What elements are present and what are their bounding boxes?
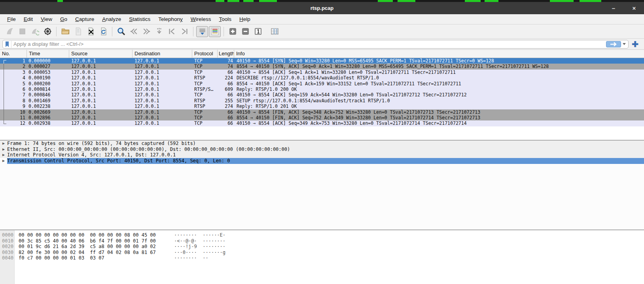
packet-len: 74 bbox=[218, 64, 234, 69]
close-file-icon[interactable] bbox=[85, 26, 97, 37]
packet-row-9[interactable]: 90.002238127.0.0.1127.0.0.1RTSP274Reply:… bbox=[0, 103, 644, 109]
packet-time: 0.000000 bbox=[27, 58, 69, 64]
toolbar-separator bbox=[56, 27, 57, 36]
menu-item-statistics[interactable]: Statistics bbox=[125, 15, 154, 23]
expander-triangle-icon[interactable]: ▶ bbox=[0, 158, 7, 164]
hex-row-0020[interactable]: 002000 01 9c d6 21 6a 2d 39 c5 a8 00 00 … bbox=[0, 244, 644, 250]
display-filter-field[interactable] bbox=[2, 40, 629, 49]
restart-capture-icon bbox=[29, 26, 41, 37]
menu-item-view[interactable]: View bbox=[37, 15, 56, 23]
resize-columns-icon[interactable] bbox=[269, 26, 280, 37]
minimize-button[interactable]: – bbox=[609, 5, 618, 11]
hex-row-0030[interactable]: 003082 00 fe 30 00 00 02 04 ff d7 04 02 … bbox=[0, 250, 644, 256]
menu-item-edit[interactable]: Edit bbox=[20, 15, 37, 23]
go-forward-icon[interactable] bbox=[140, 26, 152, 37]
titlebar: rtsp.pcap – × bbox=[0, 2, 644, 14]
packet-row-5[interactable]: 50.000200127.0.0.1127.0.0.1TCP668554 → 4… bbox=[0, 81, 644, 87]
packet-info: 40150 → 8554 [SYN] Seq=0 Win=33280 Len=0… bbox=[234, 58, 644, 64]
packet-row-7[interactable]: 70.000846127.0.0.1127.0.0.1TCP6640150 → … bbox=[0, 92, 644, 98]
packet-proto: RTSP bbox=[192, 103, 218, 109]
packet-row-2[interactable]: 20.000027127.0.0.1127.0.0.1TCP748554 → 4… bbox=[0, 64, 644, 69]
menu-item-wireless[interactable]: Wireless bbox=[187, 15, 215, 23]
column-header-no[interactable]: No. bbox=[0, 50, 27, 58]
packet-src: 127.0.0.1 bbox=[69, 103, 133, 109]
related-packet-indicator bbox=[4, 70, 6, 75]
hex-row-0000[interactable]: 000000 00 00 00 00 00 00 00 00 00 00 00 … bbox=[0, 232, 644, 238]
packet-src: 127.0.0.1 bbox=[69, 87, 133, 92]
window-controls: – × bbox=[609, 2, 638, 14]
packet-src: 127.0.0.1 bbox=[69, 120, 133, 126]
colorize-packets-icon[interactable] bbox=[209, 26, 221, 37]
packet-dst: 127.0.0.1 bbox=[133, 81, 192, 87]
go-to-packet-icon[interactable] bbox=[153, 26, 165, 37]
packet-info: Reply: RTSP/1.0 200 OK bbox=[234, 87, 644, 92]
auto-scroll-icon[interactable] bbox=[196, 26, 208, 37]
window-title: rtsp.pcap bbox=[311, 5, 334, 11]
column-header-destination[interactable]: Destination bbox=[133, 50, 192, 58]
packet-proto: TCP bbox=[192, 115, 218, 120]
menu-item-analyze[interactable]: Analyze bbox=[98, 15, 125, 23]
hex-row-0040[interactable]: 0040f0 c7 00 00 00 00 01 03 03 07·······… bbox=[0, 255, 644, 261]
column-header-source[interactable]: Source bbox=[69, 50, 133, 58]
filter-bookmark-icon[interactable] bbox=[4, 41, 11, 48]
display-filter-input[interactable] bbox=[13, 41, 606, 47]
find-packet-icon[interactable] bbox=[115, 26, 127, 37]
start-capture-icon bbox=[4, 26, 15, 37]
packet-time: 0.002669 bbox=[27, 109, 69, 115]
menu-item-capture[interactable]: Capture bbox=[71, 15, 98, 23]
column-header-time[interactable]: Time bbox=[27, 50, 69, 58]
packet-info: 40150 → 8554 [ACK] Seq=1 Ack=1 Win=33280… bbox=[234, 70, 644, 75]
packet-time: 0.000846 bbox=[27, 92, 69, 98]
detail-line-2[interactable]: ▶Ethernet II, Src: 00:00:00_00:00:00 (00… bbox=[0, 147, 644, 152]
reload-file-icon[interactable] bbox=[97, 26, 109, 37]
packet-proto: TCP bbox=[192, 92, 218, 98]
menu-item-telephony[interactable]: Telephony bbox=[154, 15, 187, 23]
go-back-icon[interactable] bbox=[128, 26, 140, 37]
close-button[interactable]: × bbox=[630, 5, 638, 11]
packet-len: 66 bbox=[218, 120, 234, 126]
packet-row-6[interactable]: 60.000814127.0.0.1127.0.0.1RTSP/S…609Rep… bbox=[0, 87, 644, 92]
expander-triangle-icon[interactable]: ▶ bbox=[0, 152, 7, 158]
last-packet-icon[interactable] bbox=[178, 26, 190, 37]
detail-line-1[interactable]: ▶Frame 1: 74 bytes on wire (592 bits), 7… bbox=[0, 141, 644, 147]
packet-proto: TCP bbox=[192, 58, 218, 64]
column-header-protocol[interactable]: Protocol bbox=[192, 50, 218, 58]
expander-triangle-icon[interactable]: ▶ bbox=[0, 147, 7, 152]
zoom-out-icon[interactable] bbox=[239, 26, 251, 37]
expander-triangle-icon[interactable]: ▶ bbox=[0, 141, 7, 147]
hex-bytes: 00 3c 85 c5 40 00 40 06 b6 f4 7f 00 00 0… bbox=[19, 238, 156, 244]
hex-row-0010[interactable]: 001000 3c 85 c5 40 00 40 06 b6 f4 7f 00 … bbox=[0, 238, 644, 244]
packet-row-8[interactable]: 80.001469127.0.0.1127.0.0.1RTSP255SETUP … bbox=[0, 98, 644, 103]
related-packet-indicator bbox=[4, 109, 6, 115]
capture-options-icon[interactable] bbox=[42, 26, 53, 37]
related-packet-indicator bbox=[4, 75, 6, 81]
packet-proto: RTSP/S… bbox=[192, 87, 218, 92]
apply-filter-button[interactable] bbox=[606, 41, 621, 47]
packet-row-1[interactable]: 10.000000127.0.0.1127.0.0.1TCP7440150 → … bbox=[0, 58, 644, 64]
hex-offset: 0030 bbox=[0, 250, 15, 256]
detail-line-3[interactable]: ▶Internet Protocol Version 4, Src: 127.0… bbox=[0, 152, 644, 158]
zoom-100-icon[interactable] bbox=[252, 26, 264, 37]
packet-row-12[interactable]: 120.002938127.0.0.1127.0.0.1TCP6640150 →… bbox=[0, 120, 644, 126]
packet-proto: TCP bbox=[192, 109, 218, 115]
menu-item-help[interactable]: Help bbox=[235, 15, 254, 23]
filter-dropdown-caret-icon[interactable] bbox=[623, 43, 626, 45]
packet-row-11[interactable]: 110.002896127.0.0.1127.0.0.1TCP668554 → … bbox=[0, 115, 644, 120]
menu-item-tools[interactable]: Tools bbox=[215, 15, 236, 23]
menu-item-file[interactable]: File bbox=[3, 15, 20, 23]
packet-len: 66 bbox=[218, 92, 234, 98]
first-packet-icon[interactable] bbox=[166, 26, 178, 37]
add-filter-button-icon[interactable]: ✚ bbox=[629, 40, 642, 48]
column-header-info[interactable]: Info bbox=[234, 50, 644, 58]
open-file-icon[interactable] bbox=[59, 26, 71, 37]
packet-row-3[interactable]: 30.000053127.0.0.1127.0.0.1TCP6640150 → … bbox=[0, 70, 644, 75]
packet-row-4[interactable]: 40.000190127.0.0.1127.0.0.1RTSP224DESCRI… bbox=[0, 75, 644, 81]
column-header-length[interactable]: Length bbox=[218, 50, 234, 58]
packet-dst: 127.0.0.1 bbox=[133, 64, 192, 69]
menu-item-go[interactable]: Go bbox=[56, 15, 71, 23]
detail-line-4-selected[interactable]: ▶Transmission Control Protocol, Src Port… bbox=[0, 158, 644, 164]
packet-row-10[interactable]: 100.002669127.0.0.1127.0.0.1TCP6640150 →… bbox=[0, 109, 644, 115]
zoom-in-icon[interactable] bbox=[227, 26, 239, 37]
packet-dst: 127.0.0.1 bbox=[133, 109, 192, 115]
hex-offset: 0020 bbox=[0, 244, 15, 250]
